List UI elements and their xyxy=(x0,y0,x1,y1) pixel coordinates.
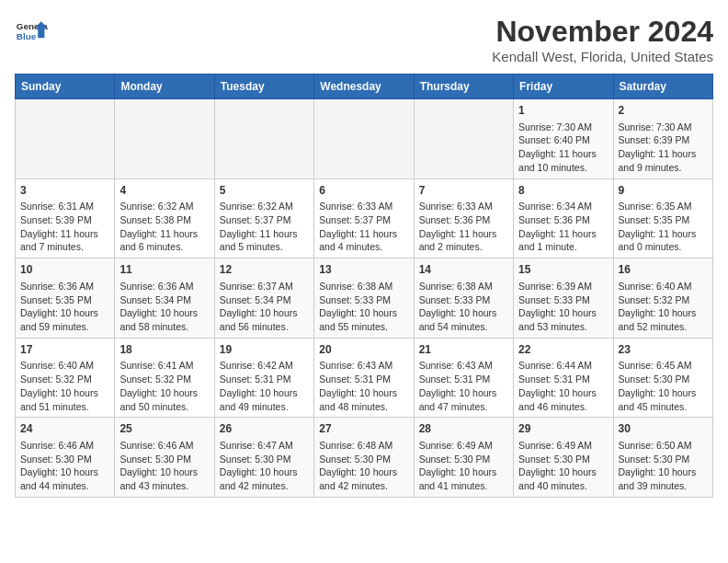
day-info: Sunset: 5:36 PM xyxy=(518,213,608,227)
day-info: Daylight: 11 hours and 7 minutes. xyxy=(20,227,109,254)
day-number: 13 xyxy=(319,262,408,278)
calendar-cell: 28Sunrise: 6:49 AMSunset: 5:30 PMDayligh… xyxy=(414,418,513,498)
calendar-cell: 21Sunrise: 6:43 AMSunset: 5:31 PMDayligh… xyxy=(414,338,513,418)
calendar-cell: 13Sunrise: 6:38 AMSunset: 5:33 PMDayligh… xyxy=(314,259,414,339)
day-info: Daylight: 10 hours and 52 minutes. xyxy=(619,306,708,333)
day-info: Daylight: 10 hours and 58 minutes. xyxy=(119,306,209,333)
day-info: Sunrise: 6:43 AM xyxy=(319,359,408,373)
day-info: Sunset: 5:36 PM xyxy=(419,213,508,227)
calendar-cell: 9Sunrise: 6:35 AMSunset: 5:35 PMDaylight… xyxy=(613,178,712,259)
day-number: 8 xyxy=(518,183,608,199)
day-number: 3 xyxy=(20,183,109,199)
day-number: 6 xyxy=(319,183,408,199)
day-info: Sunset: 6:39 PM xyxy=(619,133,708,147)
day-info: Daylight: 10 hours and 48 minutes. xyxy=(319,386,408,413)
calendar-cell: 23Sunrise: 6:45 AMSunset: 5:30 PMDayligh… xyxy=(613,338,712,418)
day-info: Daylight: 10 hours and 40 minutes. xyxy=(518,465,608,492)
day-info: Sunset: 5:35 PM xyxy=(619,213,708,227)
day-info: Sunrise: 6:49 AM xyxy=(419,439,508,453)
day-info: Daylight: 11 hours and 10 minutes. xyxy=(518,147,608,174)
calendar-cell: 30Sunrise: 6:50 AMSunset: 5:30 PMDayligh… xyxy=(613,418,712,498)
day-number: 22 xyxy=(518,342,608,358)
calendar-week-row: 3Sunrise: 6:31 AMSunset: 5:39 PMDaylight… xyxy=(16,178,713,259)
weekday-header-cell: Friday xyxy=(514,75,613,99)
weekday-header-cell: Thursday xyxy=(414,75,513,99)
location-title: Kendall West, Florida, United States xyxy=(492,49,713,64)
day-info: Sunrise: 7:30 AM xyxy=(619,121,708,134)
logo-icon: General Blue xyxy=(15,15,48,48)
day-info: Daylight: 10 hours and 39 minutes. xyxy=(619,465,708,492)
day-info: Daylight: 10 hours and 54 minutes. xyxy=(419,306,508,333)
calendar-week-row: 1Sunrise: 7:30 AMSunset: 6:40 PMDaylight… xyxy=(16,99,713,179)
day-info: Sunset: 5:37 PM xyxy=(220,213,309,227)
day-info: Sunrise: 6:40 AM xyxy=(20,359,109,373)
day-info: Sunrise: 6:46 AM xyxy=(119,439,209,453)
day-number: 2 xyxy=(619,103,708,119)
day-info: Sunset: 5:32 PM xyxy=(119,373,209,386)
day-info: Sunset: 5:38 PM xyxy=(119,213,209,227)
day-info: Sunrise: 6:33 AM xyxy=(419,200,508,213)
day-number: 16 xyxy=(619,262,708,278)
day-info: Sunset: 5:32 PM xyxy=(619,293,708,307)
day-info: Sunrise: 6:43 AM xyxy=(419,359,508,373)
calendar-cell: 2Sunrise: 7:30 AMSunset: 6:39 PMDaylight… xyxy=(613,99,712,179)
day-info: Daylight: 10 hours and 43 minutes. xyxy=(119,465,209,492)
day-info: Daylight: 10 hours and 42 minutes. xyxy=(319,465,408,492)
day-info: Sunrise: 6:47 AM xyxy=(220,439,309,453)
day-number: 21 xyxy=(419,342,508,358)
day-info: Sunrise: 7:30 AM xyxy=(518,121,608,134)
day-info: Sunset: 5:35 PM xyxy=(20,293,109,307)
calendar-cell: 24Sunrise: 6:46 AMSunset: 5:30 PMDayligh… xyxy=(16,418,115,498)
month-title: November 2024 xyxy=(492,15,713,49)
calendar-cell: 26Sunrise: 6:47 AMSunset: 5:30 PMDayligh… xyxy=(214,418,313,498)
day-info: Sunrise: 6:46 AM xyxy=(20,439,109,453)
day-info: Daylight: 10 hours and 51 minutes. xyxy=(20,386,109,413)
day-info: Daylight: 11 hours and 1 minute. xyxy=(518,227,608,254)
day-info: Sunrise: 6:40 AM xyxy=(619,280,708,293)
calendar-cell: 19Sunrise: 6:42 AMSunset: 5:31 PMDayligh… xyxy=(214,338,313,418)
day-info: Sunset: 5:31 PM xyxy=(319,373,408,386)
day-info: Daylight: 11 hours and 9 minutes. xyxy=(619,147,708,174)
day-info: Sunset: 5:32 PM xyxy=(20,373,109,386)
calendar-cell: 20Sunrise: 6:43 AMSunset: 5:31 PMDayligh… xyxy=(314,338,414,418)
day-info: Sunrise: 6:48 AM xyxy=(319,439,408,453)
day-info: Sunset: 5:30 PM xyxy=(419,453,508,466)
title-block: November 2024 Kendall West, Florida, Uni… xyxy=(492,15,713,64)
day-info: Sunrise: 6:44 AM xyxy=(518,359,608,373)
day-number: 19 xyxy=(220,342,309,358)
weekday-header-row: SundayMondayTuesdayWednesdayThursdayFrid… xyxy=(16,75,713,99)
day-info: Sunset: 5:30 PM xyxy=(518,453,608,466)
day-info: Daylight: 10 hours and 55 minutes. xyxy=(319,306,408,333)
calendar-cell: 6Sunrise: 6:33 AMSunset: 5:37 PMDaylight… xyxy=(314,178,414,259)
calendar-cell xyxy=(16,99,115,179)
day-number: 29 xyxy=(518,421,608,437)
day-info: Sunset: 5:30 PM xyxy=(319,453,408,466)
calendar-cell: 3Sunrise: 6:31 AMSunset: 5:39 PMDaylight… xyxy=(16,178,115,259)
day-info: Sunset: 5:34 PM xyxy=(119,293,209,307)
calendar-cell: 8Sunrise: 6:34 AMSunset: 5:36 PMDaylight… xyxy=(514,178,613,259)
day-info: Daylight: 10 hours and 49 minutes. xyxy=(220,386,309,413)
day-info: Sunrise: 6:32 AM xyxy=(119,200,209,213)
day-number: 15 xyxy=(518,262,608,278)
calendar-cell: 11Sunrise: 6:36 AMSunset: 5:34 PMDayligh… xyxy=(115,259,214,339)
day-number: 7 xyxy=(419,183,508,199)
calendar-cell: 10Sunrise: 6:36 AMSunset: 5:35 PMDayligh… xyxy=(16,259,115,339)
calendar-cell: 4Sunrise: 6:32 AMSunset: 5:38 PMDaylight… xyxy=(115,178,214,259)
weekday-header-cell: Tuesday xyxy=(214,75,313,99)
day-number: 26 xyxy=(220,421,309,437)
calendar-cell: 18Sunrise: 6:41 AMSunset: 5:32 PMDayligh… xyxy=(115,338,214,418)
calendar-cell: 1Sunrise: 7:30 AMSunset: 6:40 PMDaylight… xyxy=(514,99,613,179)
day-info: Sunrise: 6:37 AM xyxy=(220,280,309,293)
calendar-body: 1Sunrise: 7:30 AMSunset: 6:40 PMDaylight… xyxy=(16,99,713,498)
calendar-cell: 14Sunrise: 6:38 AMSunset: 5:33 PMDayligh… xyxy=(414,259,513,339)
day-info: Daylight: 10 hours and 53 minutes. xyxy=(518,306,608,333)
day-info: Sunset: 5:30 PM xyxy=(619,453,708,466)
day-info: Daylight: 10 hours and 47 minutes. xyxy=(419,386,508,413)
day-info: Sunrise: 6:49 AM xyxy=(518,439,608,453)
day-info: Daylight: 10 hours and 41 minutes. xyxy=(419,465,508,492)
day-info: Sunset: 5:31 PM xyxy=(419,373,508,386)
day-number: 17 xyxy=(20,342,109,358)
day-number: 30 xyxy=(619,421,708,437)
day-info: Daylight: 11 hours and 6 minutes. xyxy=(119,227,209,254)
weekday-header-cell: Wednesday xyxy=(314,75,414,99)
